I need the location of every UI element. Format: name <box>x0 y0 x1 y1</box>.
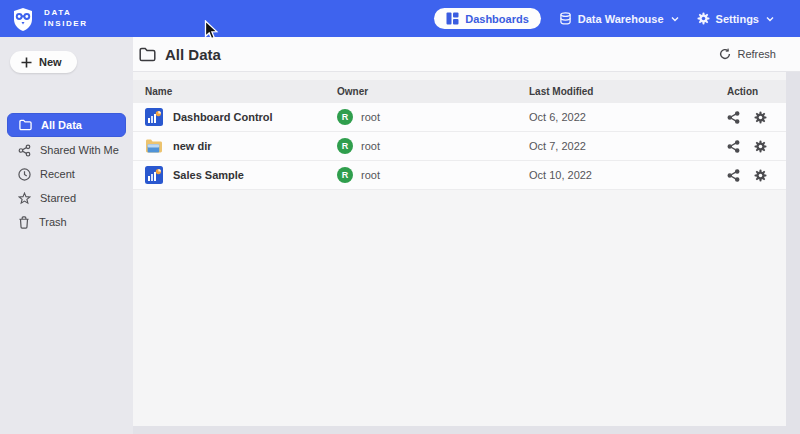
column-header-action: Action <box>715 86 786 97</box>
dashboard-file-icon <box>145 166 163 184</box>
sidebar-item-all-data[interactable]: All Data <box>7 113 126 137</box>
nav-dashboards-button[interactable]: Dashboards <box>434 8 541 29</box>
sidebar-item-label: Recent <box>40 168 75 180</box>
refresh-button[interactable]: Refresh <box>719 48 776 60</box>
last-modified-date: Oct 7, 2022 <box>529 140 586 152</box>
share-icon[interactable] <box>727 140 740 153</box>
table-header-row: Name Owner Last Modified Action <box>133 80 786 103</box>
content-panel: Name Owner Last Modified Action D <box>133 72 786 426</box>
refresh-icon <box>719 48 731 60</box>
star-icon <box>18 192 31 205</box>
column-header-owner: Owner <box>325 86 517 97</box>
nav-data-warehouse[interactable]: Data Warehouse <box>559 12 679 25</box>
new-button-label: New <box>39 56 62 68</box>
sidebar-item-recent[interactable]: Recent <box>7 163 126 185</box>
database-icon <box>559 12 572 25</box>
column-header-name: Name <box>133 86 325 97</box>
sidebar-item-trash[interactable]: Trash <box>7 211 126 233</box>
main-header: All Data Refresh <box>133 37 800 72</box>
sidebar-list: All Data Shared With Me Recent <box>0 113 133 235</box>
folder-icon <box>19 119 32 131</box>
dashboard-file-icon <box>145 108 163 126</box>
last-modified-date: Oct 10, 2022 <box>529 169 592 181</box>
file-name: Dashboard Control <box>173 111 273 123</box>
share-nodes-icon <box>18 144 31 157</box>
sidebar-item-label: Starred <box>40 192 76 204</box>
gear-icon[interactable] <box>754 111 767 124</box>
dashboards-label: Dashboards <box>465 13 529 25</box>
files-table: Name Owner Last Modified Action D <box>133 80 786 190</box>
gear-icon[interactable] <box>754 140 767 153</box>
file-name: Sales Sample <box>173 169 244 181</box>
sidebar-item-label: Trash <box>39 216 67 228</box>
owner-avatar: R <box>337 109 353 125</box>
gear-icon[interactable] <box>754 169 767 182</box>
folder-image-icon <box>145 138 163 154</box>
page-title: All Data <box>165 46 221 63</box>
brand-text: DATA INSIDER <box>44 8 88 30</box>
owner-name: root <box>361 169 380 181</box>
table-row[interactable]: Dashboard Control R root Oct 6, 2022 <box>133 103 786 132</box>
last-modified-date: Oct 6, 2022 <box>529 111 586 123</box>
chevron-down-icon <box>671 16 679 22</box>
chevron-down-icon <box>766 16 774 22</box>
owner-avatar: R <box>337 167 353 183</box>
share-icon[interactable] <box>727 111 740 124</box>
owner-name: root <box>361 140 380 152</box>
brand: DATA INSIDER <box>10 6 88 32</box>
sidebar-item-starred[interactable]: Starred <box>7 187 126 209</box>
trash-icon <box>18 216 30 229</box>
plus-icon <box>21 57 32 68</box>
topbar: DATA INSIDER Dashboards <box>0 0 800 37</box>
clock-icon <box>18 168 31 181</box>
sidebar-item-label: All Data <box>41 119 82 131</box>
nav-settings[interactable]: Settings <box>697 12 774 25</box>
share-icon[interactable] <box>727 169 740 182</box>
refresh-label: Refresh <box>737 48 776 60</box>
file-name: new dir <box>173 140 212 152</box>
dashboards-icon <box>446 12 459 25</box>
column-header-last-modified: Last Modified <box>517 86 715 97</box>
table-row[interactable]: Sales Sample R root Oct 10, 2022 <box>133 161 786 190</box>
sidebar-item-shared-with-me[interactable]: Shared With Me <box>7 139 126 161</box>
owl-logo-icon <box>10 6 36 32</box>
owner-name: root <box>361 111 380 123</box>
gear-icon <box>697 12 710 25</box>
settings-label: Settings <box>716 13 759 25</box>
new-button[interactable]: New <box>10 51 77 73</box>
owner-avatar: R <box>337 138 353 154</box>
folder-icon <box>139 47 156 62</box>
data-warehouse-label: Data Warehouse <box>578 13 664 25</box>
sidebar: New All Data Shared With Me <box>0 37 133 434</box>
top-navigation: Dashboards Data Warehouse <box>434 8 774 29</box>
sidebar-item-label: Shared With Me <box>40 144 119 156</box>
table-row[interactable]: new dir R root Oct 7, 2022 <box>133 132 786 161</box>
